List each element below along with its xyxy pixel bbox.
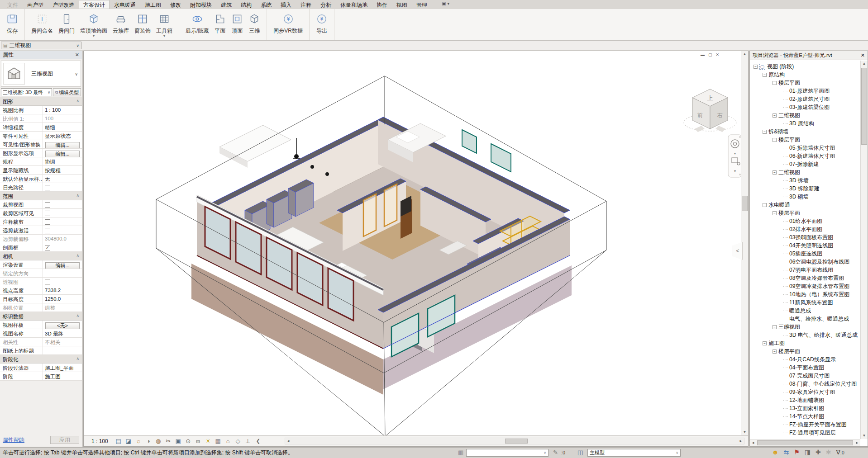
property-value[interactable]: 编辑... (43, 140, 82, 148)
browser-tree-item[interactable]: 3D 原结构 (750, 119, 860, 127)
exclude-options-icon[interactable]: ◨ (805, 449, 811, 456)
property-value[interactable]: 按规程 (43, 166, 82, 174)
scroll-up-icon[interactable]: ▲ (861, 61, 868, 67)
properties-help-link[interactable]: 属性帮助 (3, 436, 24, 444)
menu-item[interactable]: 建筑 (216, 0, 236, 9)
menu-item[interactable]: 管理 (412, 0, 432, 9)
browser-tree-item[interactable]: − ◯ 视图 (阶段) (750, 62, 860, 71)
workset-combobox[interactable]: ∨ (466, 449, 548, 457)
property-value[interactable]: ✓ (43, 183, 82, 191)
tree-toggle-icon[interactable]: − (773, 325, 777, 329)
constraints-icon[interactable]: ⊥ (243, 438, 253, 444)
property-value[interactable]: 1 : 100 (43, 106, 82, 114)
browser-tree-item[interactable]: FZ-通用项可见图层 (750, 429, 860, 437)
temp-view-icon[interactable]: ▦ (214, 438, 223, 444)
browser-tree-item[interactable]: 10地热（电）系统布置图 (750, 290, 860, 298)
render-icon[interactable]: ◍ (154, 438, 163, 444)
menu-item[interactable]: 施工图 (140, 0, 166, 9)
apply-button[interactable]: 应用 (50, 436, 79, 444)
selection-filter-icon[interactable]: ∇:0 (836, 449, 844, 456)
checkbox[interactable]: ✓ (45, 245, 50, 250)
window-menu-button[interactable]: ▣ ▾ (438, 0, 453, 9)
property-value[interactable]: 调整 (43, 303, 82, 312)
browser-tree-item[interactable]: 03-原建筑梁位图 (750, 103, 860, 111)
scroll-left-icon[interactable]: ◄ (750, 440, 756, 446)
scrollbar-thumb[interactable] (861, 68, 867, 145)
browser-tree-item[interactable]: 09-家具定位尺寸图 (750, 388, 860, 396)
browser-tree-item[interactable]: − 楼层平面 (750, 79, 860, 87)
tree-toggle-icon[interactable]: − (773, 349, 777, 354)
plan-view-button[interactable]: 平面 (211, 11, 229, 40)
browser-tree-item[interactable]: − 楼层平面 (750, 136, 860, 144)
type-selector[interactable]: 三维视图 ∨ (1, 61, 81, 87)
drag-elements-icon[interactable]: ✚ (816, 449, 821, 456)
vertical-scrollbar[interactable]: ▲ ▼ (860, 61, 868, 439)
section-collapse-icon[interactable]: ∧ (76, 355, 82, 363)
restore-icon[interactable]: ▢ (708, 52, 712, 57)
ceiling-view-button[interactable]: 顶面 (229, 11, 246, 40)
model-canvas[interactable]: 上 前 右 ▾ ▾ ▬ ▢ (84, 51, 748, 435)
crop-view-icon[interactable]: ✂ (164, 438, 173, 444)
browser-tree-item[interactable]: 02排水平面图 (750, 225, 860, 233)
browser-tree-item[interactable]: 05插座连线图 (750, 250, 860, 258)
window-deco-button[interactable]: 窗装饰 (132, 11, 153, 40)
sun-path-icon[interactable]: ☼ (134, 438, 143, 444)
viewcube-right-label[interactable]: 右 (717, 112, 723, 118)
property-value[interactable]: 施工图_平面 (43, 364, 82, 372)
scrollbar-thumb[interactable] (505, 439, 528, 444)
tree-toggle-icon[interactable]: − (763, 130, 767, 134)
cloud-family-button[interactable]: 云族库 (110, 11, 132, 40)
view-selector-combobox[interactable]: ▤ 三维视图 ∨ (1, 42, 81, 49)
section-collapse-icon[interactable]: ∧ (76, 252, 82, 260)
browser-tree-item[interactable]: 04-平面布置图 (750, 364, 860, 372)
browser-tree-item[interactable]: 暖通总成 (750, 307, 860, 315)
browser-tree-item[interactable]: − 楼层平面 (750, 209, 860, 217)
scroll-right-icon[interactable]: ► (854, 440, 860, 446)
browser-tree-item[interactable]: 06空调电源及控制布线图 (750, 258, 860, 266)
checkbox[interactable]: ✓ (45, 219, 50, 225)
property-value[interactable]: ✓ (43, 209, 82, 217)
property-value[interactable] (43, 346, 82, 354)
toolbox-button[interactable]: 工具箱 ▾ (153, 11, 175, 40)
viewcube-top-label[interactable]: 上 (707, 94, 713, 101)
browser-tree-item[interactable]: 02-原建筑尺寸图 (750, 95, 860, 103)
menu-item[interactable]: 插入 (276, 0, 296, 9)
browser-tree-item[interactable]: 01给水平面图 (750, 217, 860, 225)
menu-item[interactable]: 水电暖通 (110, 0, 140, 9)
property-value[interactable]: 施工图 (43, 372, 82, 380)
vr-sync-button[interactable]: ¥ 同步VR数据 (271, 11, 305, 40)
browser-tree-item[interactable]: 11新风系统布置图 (750, 298, 860, 307)
property-value[interactable]: ✓ (43, 226, 82, 234)
menu-item[interactable]: 方案设计 (79, 0, 110, 9)
reveal-hidden-icon[interactable]: ☀ (204, 438, 213, 444)
browser-tree-item[interactable]: 04-只CAD线条显示 (750, 355, 860, 364)
menu-item[interactable]: 注释 (296, 0, 316, 9)
room-door-button[interactable]: 房间门 (56, 11, 77, 40)
menu-item[interactable]: 协作 (372, 0, 392, 9)
tree-toggle-icon[interactable]: − (763, 73, 767, 77)
wall-finish-button[interactable]: 墙顶地饰面 ▾ (77, 11, 110, 40)
view-cube[interactable]: 上 前 右 (684, 89, 736, 132)
close-icon[interactable]: ✕ (75, 52, 79, 58)
browser-tree-item[interactable]: − 三维视图 (750, 111, 860, 119)
detail-level-icon[interactable]: ▤ (114, 438, 123, 444)
menu-item[interactable]: 体量和场地 (336, 0, 372, 9)
browser-tree-item[interactable]: 09空调冷凝排水管布置图 (750, 282, 860, 290)
tree-toggle-icon[interactable]: − (754, 65, 758, 69)
property-value[interactable]: 1250.0 (43, 295, 82, 303)
close-icon[interactable]: ✕ (715, 52, 719, 57)
hide-isolate-icon[interactable]: ∞ (194, 438, 203, 444)
menu-item[interactable]: 画户型 (23, 0, 48, 9)
scroll-right-icon[interactable]: ► (738, 438, 744, 444)
tree-toggle-icon[interactable]: − (773, 138, 777, 142)
worksharing-display-icon[interactable]: ☻ (772, 449, 779, 456)
tree-toggle-icon[interactable]: − (773, 113, 777, 118)
browser-tree-item[interactable]: 13-立面索引图 (750, 404, 860, 412)
shadows-icon[interactable]: ◑ (144, 438, 153, 444)
property-value[interactable]: 精细 (43, 123, 82, 131)
browser-tree-item[interactable]: 电气、给排水、暖通总成 (750, 315, 860, 323)
property-value[interactable]: ✓ (43, 243, 82, 251)
property-value[interactable]: 100 (43, 114, 82, 123)
scroll-left-icon[interactable]: ◄ (285, 438, 291, 444)
property-value[interactable]: 3D 最终 (43, 329, 82, 337)
